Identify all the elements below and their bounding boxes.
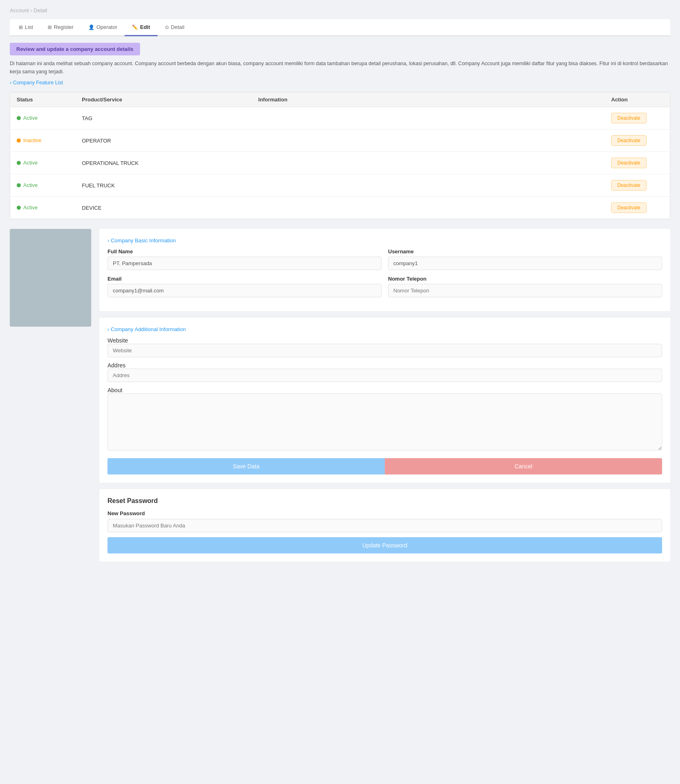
status-cell: Inactive bbox=[10, 132, 75, 149]
tab-register-label: Register bbox=[54, 24, 73, 30]
username-input[interactable] bbox=[388, 257, 662, 270]
product-cell: TAG bbox=[75, 110, 252, 127]
reset-password-title: Reset Password bbox=[107, 497, 662, 505]
status-cell: Active bbox=[10, 199, 75, 217]
banner: Review and update a company account deta… bbox=[10, 43, 140, 55]
action-cell: Deactivate bbox=[605, 174, 670, 196]
tab-edit-label: Edit bbox=[140, 24, 150, 30]
breadcrumb-separator: › bbox=[31, 7, 32, 13]
avatar bbox=[10, 229, 91, 327]
action-cell: Deactivate bbox=[605, 197, 670, 219]
full-name-input[interactable] bbox=[107, 257, 382, 270]
action-cell: Deactivate bbox=[605, 130, 670, 152]
status-cell: Active bbox=[10, 154, 75, 172]
website-input[interactable] bbox=[107, 344, 662, 357]
status-label: Active bbox=[23, 182, 37, 188]
product-cell: OPERATIONAL TRUCK bbox=[75, 154, 252, 172]
website-group: Website bbox=[107, 337, 662, 357]
deactivate-button[interactable]: Deactivate bbox=[611, 135, 647, 146]
tab-detail-label: Detail bbox=[171, 24, 184, 30]
tab-list[interactable]: ⊞ List bbox=[11, 19, 40, 36]
about-group: About bbox=[107, 387, 662, 452]
info-cell bbox=[252, 157, 605, 169]
tab-operator[interactable]: 👤 Operator bbox=[81, 19, 125, 36]
cancel-button[interactable]: Cancel bbox=[385, 458, 662, 474]
new-password-input[interactable] bbox=[107, 519, 662, 532]
product-cell: OPERATOR bbox=[75, 132, 252, 149]
status-label: Active bbox=[23, 115, 37, 121]
status-dot-active bbox=[17, 183, 21, 187]
table-row: Inactive OPERATOR Deactivate bbox=[10, 130, 670, 152]
list-icon: ⊞ bbox=[19, 24, 23, 30]
banner-text: Review and update a company account deta… bbox=[16, 46, 134, 52]
tab-bar: ⊞ List ⊞ Register 👤 Operator ✏️ Edit ⊙ D… bbox=[10, 19, 670, 36]
table-row: Active TAG Deactivate bbox=[10, 107, 670, 130]
header-action: Action bbox=[605, 92, 670, 107]
address-group: Addres bbox=[107, 362, 662, 382]
info-cell bbox=[252, 180, 605, 191]
header-information: Information bbox=[252, 92, 605, 107]
form-action-buttons: Save Data Cancel bbox=[107, 458, 662, 474]
tab-register[interactable]: ⊞ Register bbox=[40, 19, 81, 36]
info-cell bbox=[252, 202, 605, 213]
breadcrumb: Account › Detail bbox=[10, 7, 670, 13]
feature-table: Status Product/Service Information Actio… bbox=[10, 92, 670, 219]
header-status: Status bbox=[10, 92, 75, 107]
action-cell: Deactivate bbox=[605, 152, 670, 174]
operator-icon: 👤 bbox=[88, 24, 94, 30]
phone-input[interactable] bbox=[388, 284, 662, 297]
info-cell bbox=[252, 112, 605, 124]
status-dot-active bbox=[17, 161, 21, 165]
edit-icon: ✏️ bbox=[132, 24, 138, 30]
status-cell: Active bbox=[10, 109, 75, 127]
address-input[interactable] bbox=[107, 369, 662, 382]
about-label: About bbox=[107, 387, 123, 393]
header-product: Product/Service bbox=[75, 92, 252, 107]
company-additional-info-link[interactable]: › Company Additional Information bbox=[107, 326, 186, 332]
tab-list-label: List bbox=[25, 24, 33, 30]
deactivate-button[interactable]: Deactivate bbox=[611, 158, 647, 168]
about-textarea[interactable] bbox=[107, 393, 662, 450]
status-label: Active bbox=[23, 160, 37, 166]
page-description: Di halaman ini anda melihat sebuah compa… bbox=[10, 59, 670, 76]
username-group: Username bbox=[388, 248, 662, 270]
deactivate-button[interactable]: Deactivate bbox=[611, 113, 647, 123]
save-button[interactable]: Save Data bbox=[107, 458, 385, 474]
breadcrumb-current: Detail bbox=[34, 7, 47, 13]
company-basic-info-link[interactable]: › Company Basic Information bbox=[107, 237, 176, 244]
full-name-label: Full Name bbox=[107, 248, 382, 255]
company-feature-list-link[interactable]: › Company Feature List bbox=[10, 80, 63, 86]
table-row: Active FUEL TRUCK Deactivate bbox=[10, 174, 670, 197]
address-label: Addres bbox=[107, 362, 125, 369]
deactivate-button[interactable]: Deactivate bbox=[611, 180, 647, 191]
tab-operator-label: Operator bbox=[97, 24, 117, 30]
deactivate-button[interactable]: Deactivate bbox=[611, 202, 647, 213]
breadcrumb-root: Account bbox=[10, 7, 29, 13]
additional-info-section: › Company Additional Information Website… bbox=[99, 318, 670, 483]
email-group: Email bbox=[107, 276, 382, 297]
form-main: › Company Basic Information Full Name Us… bbox=[99, 229, 670, 562]
feature-table-header: Status Product/Service Information Actio… bbox=[10, 92, 670, 107]
status-dot-active bbox=[17, 116, 21, 120]
update-password-button[interactable]: Update Password bbox=[107, 537, 662, 553]
table-row: Active OPERATIONAL TRUCK Deactivate bbox=[10, 152, 670, 174]
website-label: Website bbox=[107, 337, 128, 344]
detail-icon: ⊙ bbox=[165, 24, 169, 30]
product-cell: FUEL TRUCK bbox=[75, 177, 252, 194]
username-label: Username bbox=[388, 248, 662, 255]
info-cell bbox=[252, 135, 605, 146]
company-form-area: › Company Basic Information Full Name Us… bbox=[10, 229, 670, 562]
basic-info-section: › Company Basic Information Full Name Us… bbox=[99, 229, 670, 311]
table-row: Active DEVICE Deactivate bbox=[10, 197, 670, 219]
product-cell: DEVICE bbox=[75, 199, 252, 217]
phone-group: Nomor Telepon bbox=[388, 276, 662, 297]
action-cell: Deactivate bbox=[605, 107, 670, 129]
status-cell: Active bbox=[10, 176, 75, 194]
status-dot-active bbox=[17, 206, 21, 210]
email-label: Email bbox=[107, 276, 382, 282]
tab-detail[interactable]: ⊙ Detail bbox=[158, 19, 192, 36]
new-password-label: New Password bbox=[107, 510, 662, 516]
tab-edit[interactable]: ✏️ Edit bbox=[125, 19, 158, 36]
status-dot-inactive bbox=[17, 138, 21, 143]
email-input[interactable] bbox=[107, 284, 382, 297]
